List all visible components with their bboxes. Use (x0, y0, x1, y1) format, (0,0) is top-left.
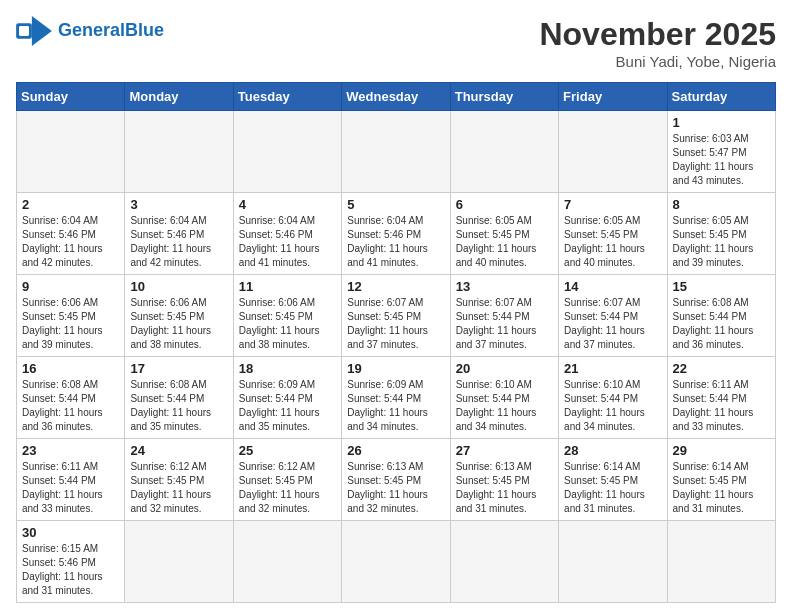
calendar-day-cell: 10Sunrise: 6:06 AM Sunset: 5:45 PM Dayli… (125, 275, 233, 357)
day-info: Sunrise: 6:13 AM Sunset: 5:45 PM Dayligh… (347, 460, 444, 516)
day-number: 1 (673, 115, 770, 130)
day-info: Sunrise: 6:14 AM Sunset: 5:45 PM Dayligh… (673, 460, 770, 516)
calendar-day-cell: 11Sunrise: 6:06 AM Sunset: 5:45 PM Dayli… (233, 275, 341, 357)
calendar-day-cell: 26Sunrise: 6:13 AM Sunset: 5:45 PM Dayli… (342, 439, 450, 521)
calendar-week-row: 9Sunrise: 6:06 AM Sunset: 5:45 PM Daylig… (17, 275, 776, 357)
day-info: Sunrise: 6:04 AM Sunset: 5:46 PM Dayligh… (22, 214, 119, 270)
calendar-day-cell: 27Sunrise: 6:13 AM Sunset: 5:45 PM Dayli… (450, 439, 558, 521)
calendar-day-cell: 12Sunrise: 6:07 AM Sunset: 5:45 PM Dayli… (342, 275, 450, 357)
day-info: Sunrise: 6:14 AM Sunset: 5:45 PM Dayligh… (564, 460, 661, 516)
day-number: 24 (130, 443, 227, 458)
calendar-week-row: 30Sunrise: 6:15 AM Sunset: 5:46 PM Dayli… (17, 521, 776, 603)
day-number: 21 (564, 361, 661, 376)
day-info: Sunrise: 6:04 AM Sunset: 5:46 PM Dayligh… (130, 214, 227, 270)
calendar-day-cell (667, 521, 775, 603)
calendar-day-cell: 24Sunrise: 6:12 AM Sunset: 5:45 PM Dayli… (125, 439, 233, 521)
calendar-day-cell (125, 111, 233, 193)
day-info: Sunrise: 6:09 AM Sunset: 5:44 PM Dayligh… (347, 378, 444, 434)
month-title: November 2025 (539, 16, 776, 53)
day-info: Sunrise: 6:05 AM Sunset: 5:45 PM Dayligh… (673, 214, 770, 270)
calendar-week-row: 16Sunrise: 6:08 AM Sunset: 5:44 PM Dayli… (17, 357, 776, 439)
calendar-day-cell (450, 111, 558, 193)
day-number: 22 (673, 361, 770, 376)
day-number: 15 (673, 279, 770, 294)
day-number: 4 (239, 197, 336, 212)
calendar-day-cell: 19Sunrise: 6:09 AM Sunset: 5:44 PM Dayli… (342, 357, 450, 439)
location: Buni Yadi, Yobe, Nigeria (539, 53, 776, 70)
calendar-day-cell: 17Sunrise: 6:08 AM Sunset: 5:44 PM Dayli… (125, 357, 233, 439)
calendar-day-cell: 25Sunrise: 6:12 AM Sunset: 5:45 PM Dayli… (233, 439, 341, 521)
weekday-header: Friday (559, 83, 667, 111)
calendar-week-row: 1Sunrise: 6:03 AM Sunset: 5:47 PM Daylig… (17, 111, 776, 193)
day-info: Sunrise: 6:03 AM Sunset: 5:47 PM Dayligh… (673, 132, 770, 188)
day-info: Sunrise: 6:08 AM Sunset: 5:44 PM Dayligh… (22, 378, 119, 434)
calendar-day-cell: 30Sunrise: 6:15 AM Sunset: 5:46 PM Dayli… (17, 521, 125, 603)
day-number: 11 (239, 279, 336, 294)
day-number: 9 (22, 279, 119, 294)
logo-general: General (58, 20, 125, 40)
day-info: Sunrise: 6:08 AM Sunset: 5:44 PM Dayligh… (673, 296, 770, 352)
calendar-day-cell (125, 521, 233, 603)
day-info: Sunrise: 6:15 AM Sunset: 5:46 PM Dayligh… (22, 542, 119, 598)
calendar-day-cell (342, 521, 450, 603)
day-info: Sunrise: 6:12 AM Sunset: 5:45 PM Dayligh… (239, 460, 336, 516)
day-number: 14 (564, 279, 661, 294)
calendar-day-cell: 6Sunrise: 6:05 AM Sunset: 5:45 PM Daylig… (450, 193, 558, 275)
title-block: November 2025 Buni Yadi, Yobe, Nigeria (539, 16, 776, 70)
day-info: Sunrise: 6:06 AM Sunset: 5:45 PM Dayligh… (130, 296, 227, 352)
day-number: 29 (673, 443, 770, 458)
weekday-header: Wednesday (342, 83, 450, 111)
day-info: Sunrise: 6:05 AM Sunset: 5:45 PM Dayligh… (564, 214, 661, 270)
svg-rect-2 (19, 26, 29, 36)
day-info: Sunrise: 6:07 AM Sunset: 5:45 PM Dayligh… (347, 296, 444, 352)
day-info: Sunrise: 6:07 AM Sunset: 5:44 PM Dayligh… (456, 296, 553, 352)
day-number: 30 (22, 525, 119, 540)
calendar-day-cell: 21Sunrise: 6:10 AM Sunset: 5:44 PM Dayli… (559, 357, 667, 439)
calendar-day-cell: 23Sunrise: 6:11 AM Sunset: 5:44 PM Dayli… (17, 439, 125, 521)
calendar-day-cell (233, 521, 341, 603)
calendar-day-cell: 18Sunrise: 6:09 AM Sunset: 5:44 PM Dayli… (233, 357, 341, 439)
weekday-header-row: SundayMondayTuesdayWednesdayThursdayFrid… (17, 83, 776, 111)
calendar-day-cell: 7Sunrise: 6:05 AM Sunset: 5:45 PM Daylig… (559, 193, 667, 275)
day-number: 19 (347, 361, 444, 376)
day-number: 25 (239, 443, 336, 458)
day-number: 8 (673, 197, 770, 212)
calendar-day-cell: 14Sunrise: 6:07 AM Sunset: 5:44 PM Dayli… (559, 275, 667, 357)
weekday-header: Monday (125, 83, 233, 111)
calendar-day-cell (559, 111, 667, 193)
calendar-day-cell: 20Sunrise: 6:10 AM Sunset: 5:44 PM Dayli… (450, 357, 558, 439)
calendar-day-cell: 4Sunrise: 6:04 AM Sunset: 5:46 PM Daylig… (233, 193, 341, 275)
day-info: Sunrise: 6:12 AM Sunset: 5:45 PM Dayligh… (130, 460, 227, 516)
day-info: Sunrise: 6:06 AM Sunset: 5:45 PM Dayligh… (22, 296, 119, 352)
calendar-week-row: 23Sunrise: 6:11 AM Sunset: 5:44 PM Dayli… (17, 439, 776, 521)
day-info: Sunrise: 6:10 AM Sunset: 5:44 PM Dayligh… (456, 378, 553, 434)
calendar-day-cell (17, 111, 125, 193)
day-number: 12 (347, 279, 444, 294)
calendar-day-cell: 8Sunrise: 6:05 AM Sunset: 5:45 PM Daylig… (667, 193, 775, 275)
weekday-header: Saturday (667, 83, 775, 111)
calendar-day-cell: 15Sunrise: 6:08 AM Sunset: 5:44 PM Dayli… (667, 275, 775, 357)
weekday-header: Thursday (450, 83, 558, 111)
day-info: Sunrise: 6:07 AM Sunset: 5:44 PM Dayligh… (564, 296, 661, 352)
logo-icon (16, 16, 52, 46)
day-info: Sunrise: 6:06 AM Sunset: 5:45 PM Dayligh… (239, 296, 336, 352)
calendar-day-cell: 22Sunrise: 6:11 AM Sunset: 5:44 PM Dayli… (667, 357, 775, 439)
day-info: Sunrise: 6:13 AM Sunset: 5:45 PM Dayligh… (456, 460, 553, 516)
calendar-table: SundayMondayTuesdayWednesdayThursdayFrid… (16, 82, 776, 603)
calendar-day-cell (450, 521, 558, 603)
weekday-header: Sunday (17, 83, 125, 111)
calendar-day-cell (342, 111, 450, 193)
day-number: 27 (456, 443, 553, 458)
day-info: Sunrise: 6:10 AM Sunset: 5:44 PM Dayligh… (564, 378, 661, 434)
calendar-day-cell: 2Sunrise: 6:04 AM Sunset: 5:46 PM Daylig… (17, 193, 125, 275)
calendar-day-cell: 13Sunrise: 6:07 AM Sunset: 5:44 PM Dayli… (450, 275, 558, 357)
day-number: 3 (130, 197, 227, 212)
day-info: Sunrise: 6:04 AM Sunset: 5:46 PM Dayligh… (239, 214, 336, 270)
calendar-day-cell: 3Sunrise: 6:04 AM Sunset: 5:46 PM Daylig… (125, 193, 233, 275)
day-info: Sunrise: 6:08 AM Sunset: 5:44 PM Dayligh… (130, 378, 227, 434)
day-number: 28 (564, 443, 661, 458)
day-info: Sunrise: 6:11 AM Sunset: 5:44 PM Dayligh… (673, 378, 770, 434)
calendar-day-cell (559, 521, 667, 603)
calendar-day-cell: 9Sunrise: 6:06 AM Sunset: 5:45 PM Daylig… (17, 275, 125, 357)
day-number: 23 (22, 443, 119, 458)
